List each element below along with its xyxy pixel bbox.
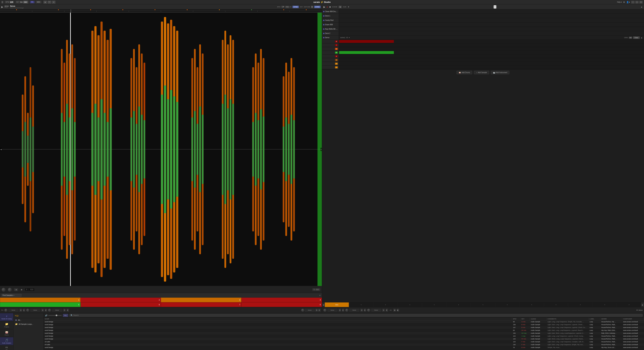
sidebar-item-drums[interactable]: 🥁 Drums (0, 329, 13, 337)
find-samples-dropdown[interactable]: Find Samples ▾ (1, 294, 22, 297)
lib-row-1[interactable]: ound Design 136 B min Audio Sample Light… (44, 323, 644, 326)
arr-arrow-2[interactable]: ◀ (360, 309, 363, 312)
master-knob[interactable] (301, 309, 304, 312)
lib-row-8[interactable]: ol Audio 140 F min Audio Sample Light, D… (44, 343, 644, 346)
scene-nav-left[interactable]: ◀ (322, 303, 325, 307)
scene-4[interactable]: + (398, 303, 422, 307)
left-sync-button-2[interactable]: SYNC (314, 6, 320, 8)
clear-button[interactable]: Clear (633, 36, 640, 39)
arr-arrow-1b[interactable]: ▶ (342, 309, 344, 312)
scene-13[interactable]: + (617, 303, 641, 307)
scene-nav-right[interactable]: ▶ (641, 303, 644, 307)
arr-slot-2[interactable]: None (349, 309, 360, 312)
arr-slot-3[interactable]: None (371, 309, 381, 312)
minimize-button[interactable]: − (631, 1, 634, 3)
bpm-value[interactable]: 120 (10, 1, 13, 3)
lib-nav-sample-loops[interactable]: 📁 All Sample Loops... (14, 322, 44, 326)
scene-8[interactable]: + (495, 303, 520, 307)
left-sync-button[interactable]: SYNC (292, 6, 299, 8)
mix-button[interactable]: MIX (36, 1, 41, 3)
lib-row-7[interactable]: ol Audio 120 F min Audio Sample Light, D… (44, 341, 644, 343)
arr-arrow-3[interactable]: ◀ (382, 309, 384, 312)
scene-11[interactable]: + (568, 303, 592, 307)
fx-button[interactable]: FX (30, 1, 35, 3)
lib-row-4[interactable]: ound Design 136 G# maj Audio Sample Ligh… (44, 332, 644, 335)
lib-add-btn[interactable]: +🗂 (15, 314, 18, 317)
fx-arrow-3[interactable]: ◀ (63, 309, 66, 312)
sidebar-item-fx[interactable]: FX FX (0, 345, 13, 350)
waveform-container[interactable]: ◀ ▾ (0, 12, 322, 286)
search-input[interactable] (73, 314, 642, 316)
pad-3[interactable]: 3 (161, 298, 242, 302)
arr-play-button[interactable]: ▶ (324, 5, 325, 8)
scene-10[interactable]: + (544, 303, 568, 307)
arr-arrow-2b[interactable]: ▶ (364, 309, 366, 312)
arr-knob-2[interactable] (345, 309, 348, 312)
fx-slot-2[interactable]: None (30, 309, 40, 312)
pad-6[interactable]: 6 (80, 302, 161, 307)
menu-icon[interactable]: ☰ (1, 1, 4, 3)
swing-arrow[interactable]: ▾ (349, 37, 350, 38)
add-sample-button[interactable]: ♪ Add Sample (474, 71, 489, 74)
page-next[interactable]: ▶ (397, 309, 399, 312)
arr-add-button[interactable]: + (348, 5, 349, 8)
settings-icon[interactable]: ⚙ (623, 1, 625, 3)
add-instrument-button[interactable]: 🎹 Add Instrument (491, 71, 510, 74)
help-button[interactable]: Help ▾ (617, 1, 622, 3)
fx-arrow-1b[interactable]: ▶ (23, 309, 25, 312)
lib-row-5[interactable]: ound Design 124 A maj Audio Sample Light… (44, 335, 644, 338)
arr-slot-1[interactable]: None (328, 309, 338, 312)
vol-slider[interactable] (48, 315, 62, 316)
icon-btn-3[interactable]: ▾ (52, 1, 56, 4)
servo-cell-8-1[interactable] (339, 40, 394, 43)
fx-slot-3[interactable]: None (52, 309, 62, 312)
page-prev[interactable]: ◀ (393, 309, 396, 312)
back-button[interactable]: ◀ (14, 288, 18, 291)
maximize-button[interactable]: □ (635, 1, 638, 3)
servo-cell-5-1[interactable] (339, 51, 394, 54)
pad-2[interactable]: 2 (80, 298, 161, 302)
add-drums-button[interactable]: 🥁 Add Drums (456, 71, 472, 74)
swing-toggle[interactable]: ⚙ (346, 37, 348, 38)
master-arrow-b[interactable]: ▶ (318, 309, 320, 312)
sidebar-item-serato-dj[interactable]: ♪ Serato DJ Library (0, 313, 13, 321)
search-box[interactable]: 🔍 (70, 314, 643, 317)
fx-knob-1[interactable] (4, 309, 8, 312)
sidebar-item-audio-samples[interactable]: 🎵 Audio Samples (0, 337, 13, 345)
user-icon[interactable]: 👤▾ (626, 1, 630, 3)
icon-btn-2[interactable]: 🛡 (48, 1, 51, 4)
arr-knob-1[interactable] (324, 309, 326, 312)
close-button[interactable]: ✕ (639, 1, 643, 3)
key-value[interactable]: F# (20, 1, 22, 3)
lib-nav-all[interactable]: ★ All... (14, 318, 44, 322)
arr-collapse-btn[interactable]: ▲ (641, 6, 643, 8)
master-arrow[interactable]: ◀ (315, 309, 318, 312)
arr-arrow-1[interactable]: ◀ (338, 309, 341, 312)
fx-slot-1[interactable]: None (8, 309, 18, 312)
pad-8[interactable]: 8 (242, 302, 322, 307)
pad-1[interactable]: 1 (0, 298, 80, 302)
fx-arrow-1[interactable]: ◀ (20, 309, 22, 312)
scene-6[interactable]: + (446, 303, 471, 307)
samples-expand-btn[interactable]: ≡ (319, 294, 320, 297)
all-btn[interactable]: ALL (63, 314, 68, 317)
fx-knob-3[interactable] (48, 309, 51, 312)
scene-intro[interactable]: Intro (325, 303, 349, 307)
arr-stop-button[interactable]: ■ (329, 5, 331, 8)
scene-9[interactable]: + (520, 303, 544, 307)
icon-btn-1[interactable]: ◈ (43, 1, 47, 4)
scene-5[interactable]: + (422, 303, 446, 307)
scene-12[interactable]: + (592, 303, 617, 307)
arr-knob-3[interactable] (367, 309, 370, 312)
pitch-knob[interactable] (8, 288, 12, 292)
lib-row-2[interactable]: ound Design 147 B min Audio Sample Light… (44, 326, 644, 329)
lib-row-3[interactable]: ound Design 85 D# min Audio Sample Light… (44, 329, 644, 332)
pad-5[interactable]: 5 (0, 302, 80, 307)
scene-7[interactable]: + (471, 303, 495, 307)
sidebar-item-projects[interactable]: 📁 Projects (0, 321, 13, 329)
mode-min-btn[interactable]: min (23, 1, 28, 3)
scene-2[interactable]: + (349, 303, 373, 307)
fx-arrow-2[interactable]: ◀ (41, 309, 44, 312)
master-slot[interactable]: None (305, 309, 315, 312)
arr-settings-icon[interactable]: ⚙ (494, 5, 496, 8)
